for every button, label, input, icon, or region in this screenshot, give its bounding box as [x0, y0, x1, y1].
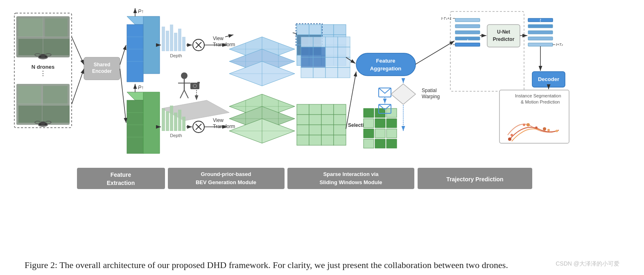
- svg-rect-192: [455, 25, 480, 28]
- svg-rect-151: [334, 104, 346, 115]
- svg-rect-117: [321, 25, 334, 35]
- svg-text:t+T₂: t+T₂: [556, 43, 563, 47]
- svg-rect-155: [334, 115, 346, 125]
- svg-point-67: [194, 85, 196, 87]
- svg-line-228: [416, 41, 454, 64]
- svg-rect-142: [325, 57, 338, 68]
- svg-rect-101: [166, 111, 169, 131]
- svg-rect-208: [528, 43, 553, 46]
- svg-rect-145: [313, 68, 325, 78]
- svg-rect-148: [297, 104, 309, 115]
- svg-point-218: [523, 124, 525, 126]
- svg-line-64: [184, 90, 188, 98]
- svg-text:Sparse Interaction via: Sparse Interaction via: [323, 171, 379, 177]
- svg-rect-205: [528, 25, 553, 28]
- svg-text:Transform: Transform: [213, 124, 235, 129]
- svg-point-222: [508, 138, 511, 141]
- svg-rect-175: [386, 119, 397, 128]
- svg-rect-137: [313, 47, 325, 57]
- svg-rect-8: [45, 18, 68, 37]
- svg-text:Sliding Windows Module: Sliding Windows Module: [320, 179, 382, 185]
- svg-text:View: View: [213, 117, 224, 123]
- svg-text:P↑: P↑: [138, 9, 144, 14]
- svg-line-63: [180, 90, 184, 98]
- svg-rect-118: [334, 25, 346, 35]
- svg-text:P↑: P↑: [138, 85, 144, 90]
- diagram-svg: N drones ⋮ Shared Encoder: [12, 4, 632, 201]
- svg-rect-146: [325, 68, 338, 78]
- svg-text:Decoder: Decoder: [538, 76, 559, 82]
- svg-point-223: [526, 123, 530, 126]
- svg-rect-158: [321, 125, 334, 135]
- svg-rect-132: [301, 37, 313, 47]
- svg-rect-45: [162, 27, 165, 51]
- svg-rect-20: [18, 86, 41, 104]
- svg-line-35: [72, 69, 84, 104]
- svg-text:Aggregation: Aggregation: [370, 65, 402, 72]
- svg-rect-49: [178, 29, 181, 51]
- svg-rect-116: [309, 25, 321, 35]
- svg-rect-159: [334, 125, 346, 135]
- svg-rect-149: [309, 104, 321, 115]
- svg-rect-200: [487, 25, 520, 47]
- svg-rect-140: [301, 57, 313, 68]
- svg-rect-190: [450, 11, 524, 91]
- svg-line-34: [72, 37, 84, 65]
- svg-point-60: [181, 72, 188, 79]
- svg-text:Encoder: Encoder: [92, 68, 112, 74]
- svg-rect-154: [321, 115, 334, 125]
- svg-rect-163: [334, 135, 346, 145]
- svg-marker-185: [391, 84, 416, 104]
- svg-marker-38: [143, 16, 160, 74]
- svg-point-217: [511, 134, 513, 136]
- caption-area: Figure 2: The overall architecture of ou…: [0, 255, 644, 275]
- svg-rect-50: [182, 37, 185, 51]
- svg-rect-21: [43, 86, 68, 104]
- svg-text:⋮: ⋮: [40, 70, 46, 77]
- svg-rect-170: [364, 108, 374, 117]
- svg-rect-179: [364, 139, 374, 148]
- svg-rect-177: [375, 129, 385, 138]
- svg-rect-144: [301, 68, 313, 78]
- svg-rect-138: [325, 47, 338, 57]
- svg-text:& Motion Prediction: & Motion Prediction: [521, 99, 560, 104]
- svg-text:Extraction: Extraction: [107, 180, 135, 186]
- svg-rect-22: [18, 106, 70, 123]
- svg-text:Feature: Feature: [376, 58, 395, 64]
- svg-rect-173: [364, 119, 374, 128]
- svg-point-224: [543, 127, 546, 131]
- svg-text:Transform: Transform: [213, 42, 235, 47]
- svg-rect-9: [18, 39, 70, 55]
- svg-line-80: [225, 35, 233, 37]
- svg-point-220: [547, 129, 550, 131]
- svg-rect-46: [166, 31, 169, 51]
- svg-rect-156: [297, 125, 309, 135]
- svg-rect-134: [325, 37, 338, 47]
- svg-rect-141: [313, 57, 325, 68]
- svg-rect-105: [182, 117, 185, 131]
- svg-rect-153: [309, 115, 321, 125]
- main-container: N drones ⋮ Shared Encoder: [0, 0, 644, 275]
- svg-rect-7: [18, 18, 43, 37]
- svg-rect-92: [127, 100, 143, 153]
- svg-point-221: [556, 130, 558, 132]
- svg-text:View: View: [213, 36, 224, 41]
- svg-rect-133: [313, 37, 325, 47]
- svg-text:Trajectory Prediction: Trajectory Prediction: [446, 176, 503, 183]
- svg-rect-160: [297, 135, 309, 145]
- svg-rect-68: [197, 82, 200, 83]
- svg-rect-162: [321, 135, 334, 145]
- svg-rect-207: [528, 37, 553, 40]
- svg-rect-102: [170, 106, 173, 131]
- svg-text:t-T₁+1: t-T₁+1: [441, 16, 452, 20]
- svg-line-42: [120, 45, 126, 65]
- svg-rect-16: [41, 54, 45, 57]
- svg-line-168: [346, 72, 356, 129]
- svg-rect-150: [321, 104, 334, 115]
- svg-rect-48: [174, 33, 177, 51]
- svg-rect-135: [338, 37, 350, 47]
- svg-rect-161: [309, 135, 321, 145]
- svg-text:Depth: Depth: [170, 53, 182, 58]
- svg-rect-195: [455, 43, 480, 46]
- watermark: CSDN @大泽泽的小可爱: [556, 260, 619, 268]
